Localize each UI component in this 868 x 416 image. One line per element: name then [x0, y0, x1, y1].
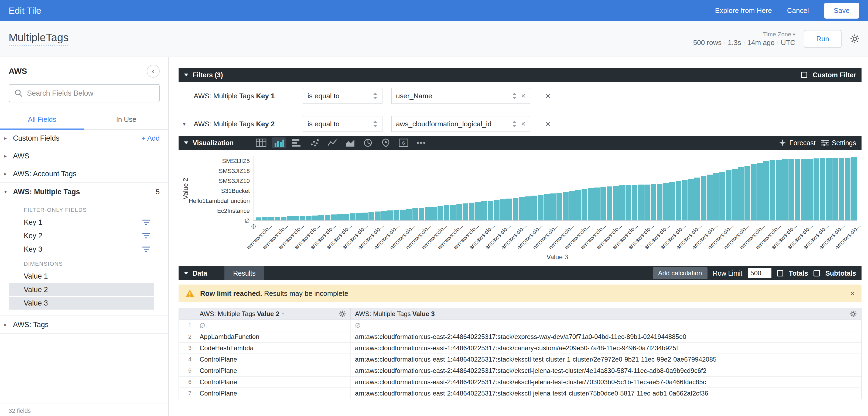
chart-bar[interactable]	[356, 213, 362, 220]
chart-bar[interactable]	[456, 204, 462, 220]
viz-pie-icon[interactable]	[361, 137, 375, 148]
chart-bar[interactable]	[293, 216, 299, 220]
chart-bar[interactable]	[575, 190, 581, 220]
chart-bar[interactable]	[262, 217, 268, 220]
table-row[interactable]: 7ControlPlanearn:aws:cloudformation:us-e…	[179, 388, 861, 399]
sidebar-group-tags[interactable]: ▸ AWS: Tags	[0, 316, 168, 334]
filter-operator-select[interactable]: is equal to	[303, 88, 382, 104]
field-value-1[interactable]: Value 1	[9, 270, 154, 283]
column-gear-button[interactable]	[339, 310, 346, 317]
chart-bar[interactable]	[287, 216, 293, 220]
table-row[interactable]: 2AppLambdaFunctionarn:aws:cloudformation…	[179, 332, 861, 343]
chart-bar[interactable]	[738, 167, 744, 220]
chart-bar[interactable]	[651, 184, 656, 220]
clear-value-icon[interactable]: ×	[521, 120, 525, 128]
cell-value3[interactable]: arn:aws:cloudformation:us-east-2:4486402…	[351, 388, 861, 399]
chart-bar[interactable]	[600, 187, 606, 220]
filter-icon[interactable]	[143, 219, 150, 225]
chart-bar[interactable]	[669, 182, 675, 220]
chart-bar[interactable]	[550, 194, 556, 220]
filter-icon[interactable]	[143, 246, 150, 252]
cell-value3[interactable]: ∅	[351, 320, 861, 331]
chart-bar[interactable]	[406, 209, 412, 220]
cancel-button[interactable]: Cancel	[787, 6, 809, 15]
chart-bar[interactable]	[331, 214, 337, 220]
chart-bar[interactable]	[368, 212, 374, 220]
chart-bar[interactable]	[318, 215, 324, 220]
chart-bar[interactable]	[619, 185, 625, 220]
table-row[interactable]: 3CodeHashLambdaarn:aws:cloudformation:us…	[179, 343, 861, 354]
more-viz-types-icon[interactable]: •••	[414, 138, 428, 147]
chart-bar[interactable]	[300, 216, 305, 220]
chart-bar[interactable]	[757, 163, 763, 220]
chart-bar[interactable]	[582, 189, 587, 220]
sort-ascending-icon[interactable]: ↑	[281, 310, 285, 318]
visualization-panel-header[interactable]: Visualization 6 ••• Forecast	[179, 136, 862, 150]
chart-bar[interactable]	[607, 186, 612, 220]
chart-bar[interactable]	[751, 164, 756, 220]
custom-filter-checkbox[interactable]	[801, 72, 807, 78]
table-row[interactable]: 4ControlPlanearn:aws:cloudformation:us-e…	[179, 354, 861, 366]
forecast-button[interactable]: Forecast	[779, 139, 815, 147]
table-row[interactable]: 1∅∅	[179, 320, 861, 332]
chart-bar[interactable]	[807, 159, 813, 220]
cell-value2[interactable]: CodeHashLambda	[195, 343, 351, 353]
table-row[interactable]: 6ControlPlanearn:aws:cloudformation:us-e…	[179, 377, 861, 388]
chart-bar[interactable]	[644, 184, 650, 220]
sidebar-group-multiple-tags[interactable]: ▾ AWS: Multiple Tags 5	[0, 183, 168, 201]
tab-results[interactable]: Results	[224, 266, 264, 280]
cell-value3[interactable]: arn:aws:cloudformation:us-east-2:4486402…	[351, 366, 861, 376]
chart-bar[interactable]	[538, 195, 544, 220]
chart-bar[interactable]	[682, 180, 687, 220]
filter-icon[interactable]	[143, 233, 150, 238]
chart-bar[interactable]	[782, 159, 788, 220]
chart-bar[interactable]	[444, 205, 450, 220]
totals-checkbox[interactable]	[777, 270, 783, 276]
chart-bar[interactable]	[325, 215, 331, 221]
chart-bar[interactable]	[431, 207, 437, 220]
cell-value2[interactable]: ControlPlane	[195, 354, 351, 365]
search-input[interactable]	[27, 89, 154, 98]
add-calculation-button[interactable]: Add calculation	[653, 267, 708, 279]
run-button[interactable]: Run	[804, 30, 842, 48]
cell-value3[interactable]: arn:aws:cloudformation:us-east-1:4486402…	[351, 343, 861, 353]
sidebar-group-custom-fields[interactable]: ▸ Custom Fields + Add	[0, 130, 168, 147]
cell-value3[interactable]: arn:aws:cloudformation:us-east-1:4486402…	[351, 354, 861, 365]
chart-bar[interactable]	[425, 207, 431, 220]
chart-bar[interactable]	[694, 178, 700, 220]
chart-bar[interactable]	[531, 196, 537, 220]
filters-panel-header[interactable]: Filters (3) Custom Filter	[179, 68, 862, 82]
chart-bar[interactable]	[657, 184, 662, 220]
data-panel-header[interactable]: Data Results Add calculation Row Limit T…	[179, 266, 862, 280]
table-row[interactable]: 5ControlPlanearn:aws:cloudformation:us-e…	[179, 366, 861, 377]
chart-bar[interactable]	[513, 198, 519, 220]
chart-bar[interactable]	[418, 208, 424, 220]
chart-bar[interactable]	[494, 200, 500, 220]
chart-bar[interactable]	[481, 201, 487, 220]
chart-bar[interactable]	[763, 161, 769, 220]
chart-bar[interactable]	[726, 170, 732, 220]
filter-value-select[interactable]: aws_cloudformation_logical_id ×	[391, 116, 530, 132]
filter-value-select[interactable]: user_Name ×	[391, 88, 530, 104]
cell-value2[interactable]: ControlPlane	[195, 366, 351, 376]
chart-bar[interactable]	[638, 184, 644, 220]
chart-bar[interactable]	[475, 202, 480, 220]
chevron-down-icon[interactable]: ▾	[183, 121, 194, 127]
chart-bar[interactable]	[506, 199, 512, 220]
save-button[interactable]: Save	[824, 3, 859, 19]
chart-bar[interactable]	[256, 217, 261, 220]
chart-bar[interactable]	[594, 187, 600, 220]
query-settings-gear-button[interactable]	[850, 34, 859, 43]
chart-bar[interactable]	[463, 203, 468, 220]
collapse-sidebar-button[interactable]: ‹	[147, 65, 160, 78]
chart-bar[interactable]	[776, 160, 781, 220]
remove-filter-icon[interactable]: ×	[546, 119, 551, 128]
field-search-box[interactable]	[9, 84, 160, 102]
chart-bar[interactable]	[613, 186, 619, 220]
cell-value2[interactable]: AppLambdaFunction	[195, 332, 351, 342]
chart-bar[interactable]	[569, 191, 575, 220]
column-header-value3[interactable]: AWS: Multiple TagsValue 3	[351, 308, 861, 319]
chart-bar[interactable]	[563, 192, 568, 220]
column-header-value2[interactable]: AWS: Multiple TagsValue 2↑	[195, 308, 351, 319]
chart-bar[interactable]	[388, 210, 393, 220]
